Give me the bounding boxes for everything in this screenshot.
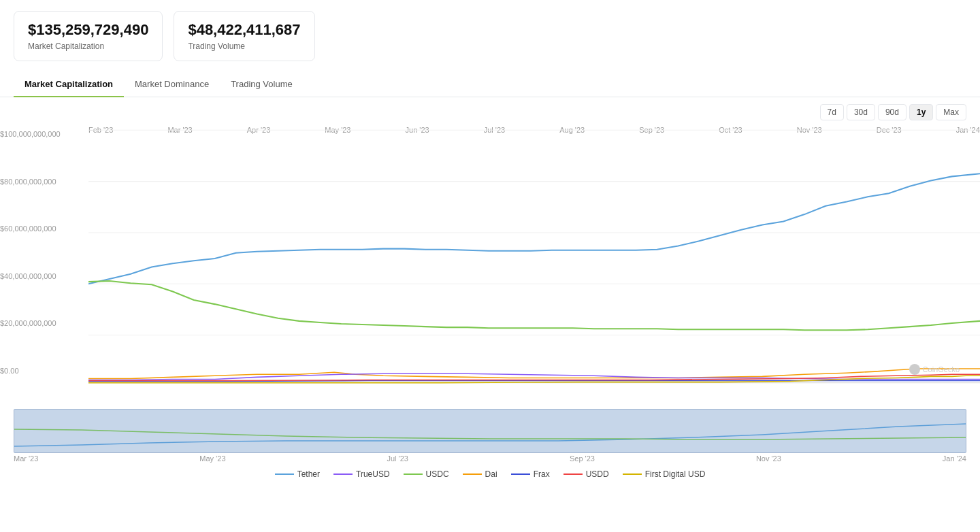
usdd-legend-line bbox=[564, 473, 583, 475]
trading-volume-card: $48,422,411,687 Trading Volume bbox=[174, 11, 314, 61]
tab-market-dominance[interactable]: Market Dominance bbox=[124, 72, 220, 97]
mini-chart-inner bbox=[14, 409, 966, 453]
filter-90d[interactable]: 90d bbox=[878, 104, 906, 120]
filter-1y[interactable]: 1y bbox=[909, 104, 933, 120]
mini-x-label-3: Jul '23 bbox=[387, 454, 408, 463]
first-digital-usd-legend-label: First Digital USD bbox=[645, 469, 706, 479]
y-axis: $100,000,000,000 $80,000,000,000 $60,000… bbox=[0, 123, 61, 382]
dai-legend-label: Dai bbox=[485, 469, 497, 479]
legend-usdc: USDC bbox=[404, 469, 449, 479]
coingecko-logo-icon bbox=[909, 364, 920, 375]
y-label-3: $60,000,000,000 bbox=[0, 225, 61, 233]
tabs-bar: Market Capitalization Market Dominance T… bbox=[0, 72, 980, 97]
first-digital-usd-legend-line bbox=[623, 473, 642, 475]
legend-trueusd: TrueUSD bbox=[333, 469, 390, 479]
main-chart-svg bbox=[88, 123, 980, 390]
mini-x-axis: Mar '23 May '23 Jul '23 Sep '23 Nov '23 … bbox=[14, 453, 966, 463]
mini-x-label-4: Sep '23 bbox=[570, 454, 595, 463]
tether-legend-label: Tether bbox=[297, 469, 320, 479]
usdc-legend-label: USDC bbox=[426, 469, 449, 479]
top-stats-section: $135,259,729,490 Market Capitalization $… bbox=[0, 0, 980, 72]
y-label-4: $40,000,000,000 bbox=[0, 272, 61, 280]
legend: Tether TrueUSD USDC Dai Frax USDD First … bbox=[0, 463, 980, 482]
dai-legend-line bbox=[463, 473, 482, 475]
coingecko-watermark: CoinGecko bbox=[909, 364, 960, 375]
usdc-legend-line bbox=[404, 473, 423, 475]
filter-max[interactable]: Max bbox=[936, 104, 966, 120]
tab-market-cap[interactable]: Market Capitalization bbox=[14, 72, 124, 97]
chart-wrapper: $100,000,000,000 $80,000,000,000 $60,000… bbox=[0, 123, 980, 409]
tab-trading-volume[interactable]: Trading Volume bbox=[220, 72, 304, 97]
legend-frax: Frax bbox=[511, 469, 550, 479]
usdc-line bbox=[88, 281, 980, 330]
usdd-legend-label: USDD bbox=[586, 469, 609, 479]
filter-30d[interactable]: 30d bbox=[847, 104, 875, 120]
mini-scroll-thumb[interactable] bbox=[14, 409, 966, 453]
trading-volume-label: Trading Volume bbox=[188, 41, 300, 51]
trading-volume-value: $48,422,411,687 bbox=[188, 21, 300, 39]
tether-legend-line bbox=[275, 473, 294, 475]
y-label-6: $0.00 bbox=[0, 367, 61, 375]
time-filters: 7d 30d 90d 1y Max bbox=[0, 97, 980, 123]
legend-usdd: USDD bbox=[564, 469, 609, 479]
tether-line bbox=[88, 173, 980, 284]
legend-dai: Dai bbox=[463, 469, 497, 479]
market-cap-label: Market Capitalization bbox=[28, 41, 148, 51]
coingecko-text: CoinGecko bbox=[923, 365, 960, 373]
mini-chart[interactable] bbox=[14, 409, 966, 453]
y-label-5: $20,000,000,000 bbox=[0, 319, 61, 327]
trueusd-legend-label: TrueUSD bbox=[356, 469, 390, 479]
mini-x-label-1: Mar '23 bbox=[14, 454, 38, 463]
mini-x-label-5: Nov '23 bbox=[756, 454, 781, 463]
y-label-2: $80,000,000,000 bbox=[0, 178, 61, 186]
filter-7d[interactable]: 7d bbox=[820, 104, 844, 120]
y-label-1: $100,000,000,000 bbox=[0, 130, 61, 138]
market-cap-value: $135,259,729,490 bbox=[28, 21, 148, 39]
mini-x-label-2: May '23 bbox=[199, 454, 225, 463]
frax-legend-label: Frax bbox=[534, 469, 550, 479]
legend-tether: Tether bbox=[275, 469, 320, 479]
trueusd-legend-line bbox=[333, 473, 353, 475]
market-cap-card: $135,259,729,490 Market Capitalization bbox=[14, 11, 163, 61]
legend-first-digital-usd: First Digital USD bbox=[623, 469, 706, 479]
main-chart-area: $100,000,000,000 $80,000,000,000 $60,000… bbox=[0, 123, 980, 409]
mini-x-label-6: Jan '24 bbox=[943, 454, 966, 463]
frax-legend-line bbox=[511, 473, 530, 475]
